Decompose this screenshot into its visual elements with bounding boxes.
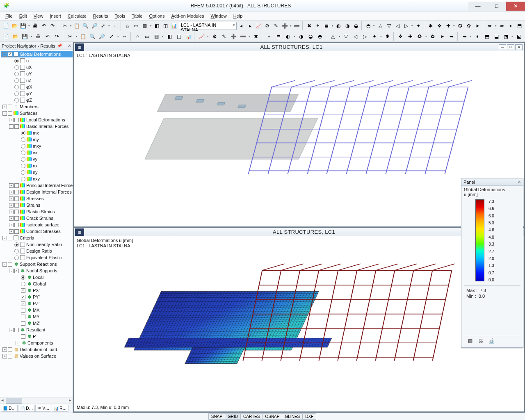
- toolbar-button[interactable]: 📋: [79, 32, 88, 41]
- tree-item[interactable]: Design Ratio: [1, 248, 73, 254]
- tree-item[interactable]: +▧Values on Surface: [1, 353, 73, 359]
- navigator-tree[interactable]: -✓Global DeformationsuuXuYuZφXφYφZ+⌶Memb…: [0, 50, 73, 397]
- tree-item[interactable]: uZ: [1, 77, 73, 84]
- toolbar-button[interactable]: ⤢: [99, 21, 107, 30]
- toolbar-button[interactable]: ✿: [428, 32, 437, 41]
- toolbar-button[interactable]: ▷: [402, 21, 411, 30]
- toolbar-button[interactable]: ⬒: [515, 21, 523, 30]
- toolbar-button[interactable]: 📊: [184, 32, 193, 41]
- panel-scale-icon[interactable]: ⚖: [477, 338, 484, 344]
- tree-item[interactable]: -✓Global Deformations: [1, 51, 73, 57]
- panel-close-icon[interactable]: ✕: [518, 180, 521, 184]
- toolbar-button[interactable]: ⬔: [501, 32, 510, 41]
- tree-item[interactable]: ✽P: [1, 333, 73, 340]
- navigator-close-icon[interactable]: ✕: [68, 43, 71, 48]
- tree-item[interactable]: ✽Global: [1, 281, 73, 287]
- toolbar-button[interactable]: ✖: [305, 21, 313, 30]
- toolbar-button[interactable]: ➧: [473, 32, 482, 41]
- toolbar-button[interactable]: 🔍: [88, 32, 97, 41]
- toolbar-button[interactable]: ◐: [334, 21, 342, 30]
- toolbar-button[interactable]: 💾: [21, 32, 30, 41]
- panel-probe-icon[interactable]: 🔬: [488, 338, 495, 344]
- toolbar-button[interactable]: 📄: [2, 21, 10, 30]
- toolbar-button[interactable]: ➕: [229, 32, 238, 41]
- toolbar-button[interactable]: ◫: [162, 21, 170, 30]
- panel-header[interactable]: Panel ✕: [461, 178, 523, 186]
- status-toggle-glines[interactable]: GLINES: [282, 413, 303, 420]
- toolbar-button[interactable]: ➤: [438, 32, 447, 41]
- tree-item[interactable]: φX: [1, 84, 73, 90]
- toolbar-button[interactable]: ➦: [460, 32, 469, 41]
- view-minimize-button[interactable]: —: [499, 44, 506, 50]
- toolbar-button[interactable]: ≣: [322, 21, 331, 30]
- tree-item[interactable]: my: [1, 136, 73, 143]
- navigator-tab[interactable]: 📊R…: [52, 405, 68, 412]
- tree-item[interactable]: +Local Deformations: [1, 116, 73, 123]
- tree-item[interactable]: mx: [1, 130, 73, 136]
- toolbar-button[interactable]: 📊: [170, 21, 178, 30]
- navigator-tab[interactable]: 📘D…: [1, 405, 18, 412]
- toolbar-button[interactable]: ⌂: [133, 32, 142, 41]
- tree-item[interactable]: -✽Support Reactions: [1, 261, 73, 267]
- toolbar-button[interactable]: ✿: [465, 21, 473, 30]
- status-toggle-grid[interactable]: GRID: [225, 413, 241, 420]
- toolbar-button[interactable]: ⌂: [123, 21, 132, 30]
- toolbar-button[interactable]: 📂: [11, 32, 20, 41]
- toolbar-button[interactable]: △: [329, 32, 338, 41]
- navigator-tab[interactable]: 📄D…: [18, 405, 35, 412]
- toolbar-button[interactable]: ⚙: [263, 21, 272, 30]
- toolbar-button[interactable]: ⤢: [107, 32, 116, 41]
- navigator-hscrollbar[interactable]: ◂ ▸: [0, 397, 73, 404]
- menu-table[interactable]: Table: [129, 12, 145, 20]
- toolbar-button[interactable]: ❖: [435, 21, 443, 30]
- toolbar-button[interactable]: 📄: [2, 32, 11, 41]
- tree-item[interactable]: +Contact Stresses: [1, 228, 73, 235]
- loadcase-nav[interactable]: ◂: [237, 21, 245, 30]
- toolbar-button[interactable]: ▽: [342, 32, 351, 41]
- view-bottom-canvas[interactable]: Global Deformations u [mm]LC1 : LASTNA I…: [74, 236, 524, 411]
- toolbar-button[interactable]: ⬒: [482, 32, 491, 41]
- tree-item[interactable]: +Plastic Strains: [1, 208, 73, 215]
- toolbar-button[interactable]: ✱: [427, 21, 435, 30]
- tree-item[interactable]: Equivalent Plastic: [1, 254, 73, 261]
- close-button[interactable]: ✕: [506, 2, 525, 11]
- toolbar-button[interactable]: ➥: [447, 32, 456, 41]
- results-panel[interactable]: Panel ✕ Global Deformations u [mm] 7.36.…: [461, 178, 523, 348]
- tree-item[interactable]: ✽Local: [1, 274, 73, 281]
- tree-item[interactable]: vx: [1, 149, 73, 156]
- tree-item[interactable]: uY: [1, 71, 73, 77]
- toolbar-button[interactable]: 🔍: [82, 21, 90, 30]
- toolbar-button[interactable]: ➦: [498, 21, 506, 30]
- maximize-button[interactable]: □: [487, 2, 506, 11]
- minimize-button[interactable]: —: [468, 2, 487, 11]
- tree-item[interactable]: +Strains: [1, 202, 73, 208]
- toolbar-button[interactable]: ◫: [174, 32, 183, 41]
- tree-item[interactable]: ✽MX': [1, 307, 73, 313]
- toolbar-button[interactable]: ➥: [486, 21, 494, 30]
- tree-item[interactable]: +Stresses: [1, 195, 73, 202]
- view-maximize-button[interactable]: □: [507, 44, 514, 50]
- toolbar-button[interactable]: ✎: [219, 32, 228, 41]
- toolbar-button[interactable]: 📈: [255, 21, 263, 30]
- toolbar-button[interactable]: ✪: [415, 32, 424, 41]
- toolbar-button[interactable]: ◓: [364, 21, 372, 30]
- tree-item[interactable]: -✓✽Nodal Supports: [1, 267, 73, 274]
- toolbar-button[interactable]: 🔎: [90, 21, 98, 30]
- tree-item[interactable]: ✽MY': [1, 313, 73, 320]
- pin-icon[interactable]: 📌: [57, 43, 62, 48]
- menu-file[interactable]: File: [2, 12, 16, 20]
- tree-item[interactable]: ✽MZ': [1, 320, 73, 326]
- toolbar-button[interactable]: ◁: [393, 21, 402, 30]
- toolbar-button[interactable]: ◒: [352, 21, 360, 30]
- tree-item[interactable]: +⌶Members: [1, 103, 73, 110]
- status-toggle-dxf[interactable]: DXF: [302, 413, 316, 420]
- menu-insert[interactable]: Insert: [47, 12, 64, 20]
- toolbar-button[interactable]: 🖶: [34, 32, 43, 41]
- loadcase-nav[interactable]: ▸: [246, 21, 254, 30]
- view-close-button[interactable]: ✕: [515, 44, 523, 50]
- menu-results[interactable]: Results: [90, 12, 111, 20]
- toolbar-button[interactable]: ⬕: [514, 32, 523, 41]
- toolbar-button[interactable]: ↷: [52, 32, 62, 41]
- toolbar-button[interactable]: ◧: [153, 21, 161, 30]
- toolbar-button[interactable]: ↷: [48, 21, 57, 30]
